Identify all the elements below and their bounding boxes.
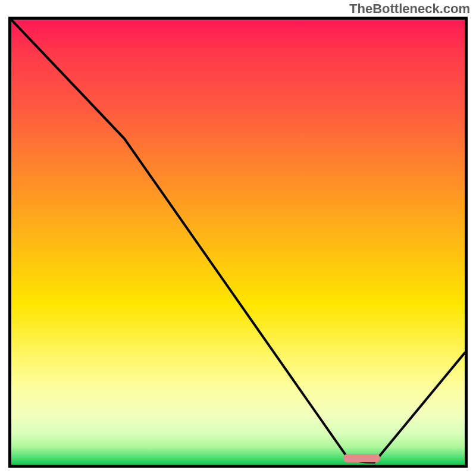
chart-frame: TheBottleneck.com [0, 0, 476, 476]
plot-area [11, 20, 465, 465]
optimal-marker [343, 454, 380, 462]
curve-path [11, 20, 465, 462]
bottleneck-curve [11, 20, 465, 465]
plot-border [8, 17, 468, 468]
attribution-label: TheBottleneck.com [349, 1, 470, 17]
